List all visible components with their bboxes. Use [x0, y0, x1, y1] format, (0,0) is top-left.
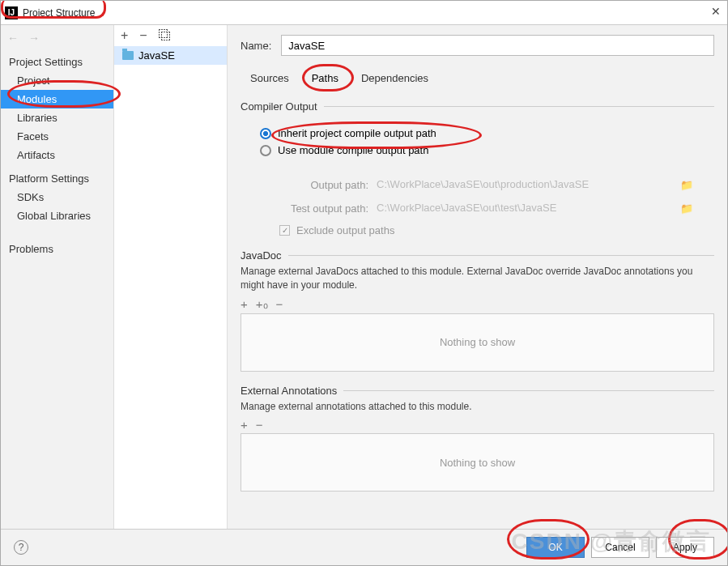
ext-anno-empty: Nothing to show	[241, 433, 714, 492]
copy-module-icon[interactable]: ⿻	[159, 28, 172, 43]
sidebar-item-facets[interactable]: Facets	[1, 127, 113, 146]
module-toolbar: + − ⿻	[114, 25, 227, 46]
folder-icon	[122, 51, 134, 60]
exclude-checkbox[interactable]: ✓ Exclude output paths	[279, 224, 714, 236]
test-output-path-value: C:\WorkPlace\JavaSE\out\test\JavaSE	[377, 198, 680, 218]
app-icon: IJ	[5, 6, 18, 19]
sidebar-heading-platform: Platform Settings	[1, 169, 113, 188]
sidebar-item-global-libraries[interactable]: Global Libraries	[1, 206, 113, 225]
test-output-path-label: Test output path:	[279, 202, 368, 215]
title-bar: IJ Project Structure ✕	[1, 1, 727, 25]
ok-button[interactable]: OK	[526, 537, 585, 558]
forward-icon[interactable]: →	[28, 32, 40, 45]
ext-anno-toolbar: + −	[241, 416, 714, 433]
compiler-output-section: Compiler Output Inherit project compile …	[241, 100, 714, 236]
cancel-button[interactable]: Cancel	[591, 537, 649, 558]
add-url-icon[interactable]: +₀	[256, 297, 268, 312]
tab-sources[interactable]: Sources	[247, 70, 292, 86]
sidebar-item-sdks[interactable]: SDKs	[1, 188, 113, 206]
compiler-output-legend: Compiler Output	[241, 100, 714, 113]
radio-inherit-label: Inherit project compile output path	[278, 127, 436, 139]
nav-arrows: ← →	[1, 30, 113, 53]
checkbox-icon: ✓	[279, 225, 290, 236]
ext-anno-section: External Annotations Manage external ann…	[241, 385, 714, 492]
module-list: + − ⿻ JavaSE	[114, 25, 228, 529]
add-icon[interactable]: +	[241, 297, 248, 312]
sidebar-item-modules[interactable]: Modules	[1, 90, 113, 109]
ext-anno-legend: External Annotations	[241, 385, 714, 397]
module-item-label: JavaSE	[138, 49, 175, 62]
tab-dependencies[interactable]: Dependencies	[358, 70, 432, 86]
settings-sidebar: ← → Project Settings Project Modules Lib…	[1, 25, 114, 529]
module-item-javase[interactable]: JavaSE	[114, 46, 227, 65]
sidebar-item-artifacts[interactable]: Artifacts	[1, 146, 113, 164]
remove-icon[interactable]: −	[256, 418, 263, 432]
exclude-label: Exclude output paths	[296, 224, 394, 236]
close-icon[interactable]: ✕	[711, 5, 721, 18]
bottom-bar: ? OK Cancel Apply	[1, 529, 727, 565]
main-panel: Name: Sources Paths Dependencies Compile…	[228, 25, 727, 529]
apply-button[interactable]: Apply	[656, 537, 714, 558]
javadoc-section: JavaDoc Manage external JavaDocs attache…	[241, 249, 714, 372]
radio-module-label: Use module compile output path	[278, 144, 428, 156]
javadoc-desc: Manage external JavaDocs attached to thi…	[241, 265, 714, 292]
remove-module-icon[interactable]: −	[139, 28, 147, 43]
sidebar-heading-project: Project Settings	[1, 53, 113, 71]
sidebar-item-project[interactable]: Project	[1, 71, 113, 90]
radio-inherit[interactable]: Inherit project compile output path	[260, 127, 695, 139]
javadoc-empty: Nothing to show	[241, 313, 714, 372]
javadoc-legend: JavaDoc	[241, 249, 714, 262]
radio-module[interactable]: Use module compile output path	[260, 144, 695, 156]
tab-paths[interactable]: Paths	[309, 70, 342, 86]
window-title: Project Structure	[23, 7, 95, 19]
back-icon[interactable]: ←	[7, 32, 19, 45]
name-input[interactable]	[281, 35, 714, 56]
remove-icon[interactable]: −	[276, 297, 283, 312]
radio-icon	[260, 128, 271, 139]
radio-icon	[260, 145, 271, 156]
javadoc-toolbar: + +₀ −	[241, 296, 714, 313]
output-path-label: Output path:	[279, 179, 368, 191]
help-icon[interactable]: ?	[14, 540, 28, 555]
sidebar-item-problems[interactable]: Problems	[1, 240, 113, 258]
add-icon[interactable]: +	[241, 418, 248, 432]
module-tabs: Sources Paths Dependencies	[241, 70, 714, 91]
browse-icon[interactable]: 📁	[680, 202, 695, 215]
output-path-value: C:\WorkPlace\JavaSE\out\production\JavaS…	[377, 175, 680, 194]
add-module-icon[interactable]: +	[121, 28, 128, 43]
name-label: Name:	[241, 40, 271, 52]
ext-anno-desc: Manage external annotations attached to …	[241, 400, 714, 414]
sidebar-item-libraries[interactable]: Libraries	[1, 109, 113, 127]
browse-icon[interactable]: 📁	[680, 179, 695, 191]
